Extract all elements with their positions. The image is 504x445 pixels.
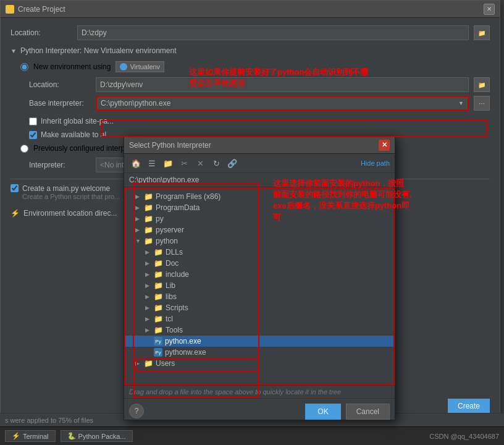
select-arrow-icon: ▼ [458, 100, 464, 106]
tree-item-tools[interactable]: ▶ 📁 Tools [125, 324, 393, 336]
toolbar-cut-btn[interactable]: ✂ [177, 156, 191, 170]
folder-icon: 📁 [144, 359, 153, 368]
location2-input[interactable] [96, 77, 469, 92]
spi-dialog-title: Select Python Interpreter [129, 141, 211, 150]
toolbar-folder-btn[interactable]: 📁 [161, 156, 175, 170]
tree-item-libs[interactable]: ▶ 📁 libs [125, 291, 393, 302]
expand-arrow: ▶ [145, 327, 151, 333]
folder-icon: 📁 [154, 303, 163, 312]
tree-item-python_exe[interactable]: Py python.exe [125, 336, 393, 347]
toolbar-link-btn[interactable]: 🔗 [225, 156, 239, 170]
new-env-row: New environment using Virtualenv [20, 61, 490, 72]
tree-item-include[interactable]: ▶ 📁 include [125, 269, 393, 280]
titlebar-left: Create Project [6, 5, 65, 14]
tree-item-label: pythonw.exe [165, 348, 206, 357]
python-file-icon: Py [154, 348, 162, 357]
spi-tree[interactable]: ▶ 📁 Program Files (x86)▶ 📁 ProgramData▶ … [124, 187, 395, 385]
tree-item-label: Tools [166, 326, 183, 334]
expand-arrow: ▶ [135, 193, 141, 200]
spi-footer: ? OK Cancel [124, 398, 395, 425]
tree-item-label: pyserver [156, 226, 184, 234]
location2-row: Location: 📁 [29, 77, 490, 92]
expand-arrow: ▶ [145, 305, 151, 311]
hide-path-link[interactable]: Hide path [361, 159, 390, 167]
expand-arrow: ▶ [145, 271, 151, 278]
base-interpreter-label: Base interpreter: [29, 99, 91, 108]
inherit-checkbox[interactable] [29, 117, 37, 125]
folder-icon: 📁 [144, 192, 153, 201]
tree-item-label: include [166, 270, 189, 279]
tree-item-pythonw_exe[interactable]: Py pythonw.exe [125, 347, 393, 358]
tree-item-program_files[interactable]: ▶ 📁 Program Files (x86) [125, 191, 393, 202]
folder-icon: 📁 [144, 214, 153, 223]
toolbar-home-btn[interactable]: 🏠 [129, 156, 143, 170]
tree-item-label: Doc [166, 259, 178, 268]
select-interpreter-dialog: Select Python Interpreter ✕ 🏠 ☰ 📁 ✂ ✕ ↻ … [124, 136, 395, 420]
interpreter-dots-btn[interactable]: ··· [474, 96, 490, 111]
expand-arrow: ▶ [135, 205, 141, 211]
expand-arrow: ▶ [135, 216, 141, 222]
tree-item-label: Lib [166, 281, 175, 290]
tree-item-lib[interactable]: ▶ 📁 Lib [125, 280, 393, 291]
python-packages-label: Python Packa... [78, 433, 126, 440]
location2-browse-btn[interactable]: 📁 [474, 77, 490, 92]
folder-icon: 📁 [154, 315, 163, 323]
expand-arrow: ▼ [135, 238, 141, 244]
python-packages-btn[interactable]: 🐍 Python Packa... [61, 430, 133, 442]
tree-item-pyserver[interactable]: ▶ 📁 pyserver [125, 224, 393, 235]
tree-item-label: py [156, 214, 164, 223]
tree-item-python[interactable]: ▼ 📁 python [125, 235, 393, 247]
spi-toolbar-left: 🏠 ☰ 📁 ✂ ✕ ↻ 🔗 [129, 156, 239, 170]
close-button[interactable]: ✕ [484, 4, 495, 15]
toolbar-close-btn2[interactable]: ✕ [193, 156, 207, 170]
tree-item-py[interactable]: ▶ 📁 py [125, 213, 393, 224]
cancel-button[interactable]: Cancel [346, 404, 390, 420]
spi-titlebar: Select Python Interpreter ✕ [124, 137, 395, 154]
expand-arrow: ▶ [145, 260, 151, 266]
virtualenv-label: Virtualenv [130, 63, 160, 70]
create-button[interactable]: Create [448, 399, 490, 413]
tree-item-tcl[interactable]: ▶ 📁 tcl [125, 313, 393, 324]
tree-item-doc[interactable]: ▶ 📁 Doc [125, 258, 393, 269]
create-main-py-label: Create a main.py welcome [22, 184, 120, 193]
expand-arrow: ▶ [135, 360, 141, 367]
terminal-btn[interactable]: ⚡ Terminal [5, 430, 56, 442]
create-main-py-checkbox[interactable] [10, 184, 19, 192]
tree-item-users[interactable]: ▶ 📁 Users [125, 358, 393, 369]
expand-arrow: ▶ [135, 227, 141, 233]
taskbar-copyright: CSDN @qq_43404687 [429, 433, 499, 440]
expand-arrow: ▶ [145, 282, 151, 289]
spi-close-button[interactable]: ✕ [379, 140, 390, 151]
create-main-py-sub: Create a Python script that pro... [22, 193, 120, 200]
tree-item-label: DLLs [166, 248, 183, 256]
interpreter-select[interactable]: C:\python\python.exe ▼ [96, 96, 469, 111]
toolbar-refresh-btn[interactable]: ↻ [209, 156, 223, 170]
toolbar-view-btn[interactable]: ☰ [145, 156, 159, 170]
inherit-label: Inherit global site-pa... [41, 117, 114, 125]
location-input[interactable] [77, 25, 469, 40]
location-browse-btn[interactable]: 📁 [474, 25, 490, 40]
folder-icon: 📁 [154, 248, 163, 256]
help-button[interactable]: ? [129, 404, 144, 418]
prev-config-radio[interactable] [20, 145, 28, 153]
base-interpreter-row: Base interpreter: C:\python\python.exe ▼… [29, 96, 490, 111]
make-available-checkbox[interactable] [29, 131, 37, 139]
dialog-icon [6, 5, 14, 14]
tree-item-program_data[interactable]: ▶ 📁 ProgramData [125, 202, 393, 213]
ok-button[interactable]: OK [305, 404, 340, 420]
folder-icon: 📁 [144, 226, 153, 234]
folder-icon: 📁 [154, 270, 163, 279]
python-icon: 🐍 [67, 432, 76, 440]
status-text: s were applied to 75% of files [5, 417, 93, 424]
dialog-titlebar: Create Project ✕ [1, 1, 500, 18]
inherit-checkbox-row: Inherit global site-pa... [29, 117, 490, 125]
folder-icon: 📁 [154, 281, 163, 290]
tree-item-label: python [156, 237, 178, 245]
tree-item-scripts[interactable]: ▶ 📁 Scripts [125, 302, 393, 313]
tree-item-label: tcl [166, 315, 173, 323]
folder-icon: 📁 [154, 292, 163, 301]
python-file-icon: Py [154, 337, 162, 345]
new-env-radio[interactable] [20, 63, 28, 71]
taskbar-left: ⚡ Terminal 🐍 Python Packa... [5, 430, 133, 442]
tree-item-dlls[interactable]: ▶ 📁 DLLs [125, 247, 393, 258]
